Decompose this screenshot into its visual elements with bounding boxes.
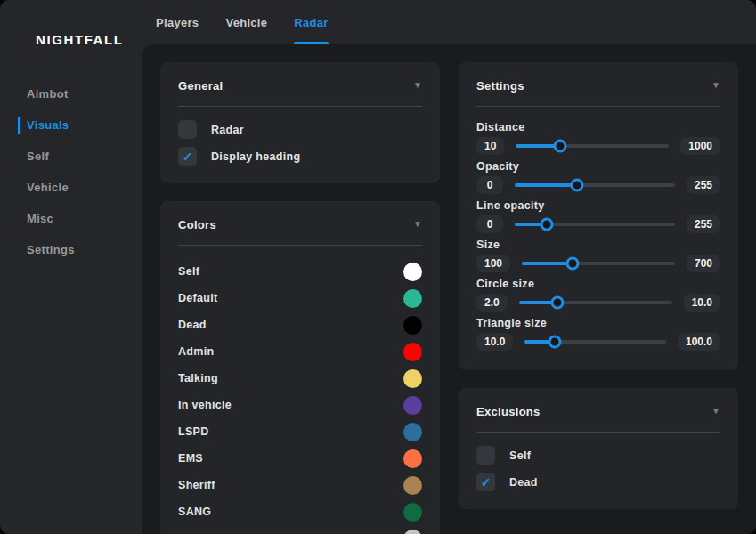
- slider-fill: [522, 262, 573, 265]
- color-row-label: EMS: [178, 452, 203, 465]
- slider-thumb[interactable]: [540, 218, 553, 231]
- slider-thumb[interactable]: [571, 179, 584, 192]
- sidebar-item-aimbot[interactable]: Aimbot: [0, 78, 142, 109]
- slider-label: Distance: [476, 121, 720, 135]
- color-row-label: Sheriff: [178, 479, 215, 491]
- color-swatch-admin[interactable]: [403, 343, 422, 361]
- divider: [476, 106, 720, 107]
- checkbox-label: Dead: [509, 476, 538, 489]
- color-swatch-sang[interactable]: [403, 503, 422, 522]
- color-row: Admin: [178, 338, 422, 365]
- sidebar-item-vehicle[interactable]: Vehicle: [0, 172, 142, 203]
- color-swatch-default[interactable]: [403, 289, 422, 308]
- sidebar-item-misc[interactable]: Misc: [0, 203, 142, 234]
- slider-row: 100 700: [476, 253, 720, 274]
- tab-bar: Players Vehicle Radar: [142, 0, 756, 44]
- slider-thumb[interactable]: [550, 296, 564, 310]
- sidebar-item-label: Misc: [27, 212, 53, 225]
- color-swatch-dead[interactable]: [403, 316, 422, 335]
- general-panel-title: General: [178, 79, 224, 93]
- sidebar-item-label: Visuals: [27, 118, 69, 132]
- color-swatch-in-vehicle[interactable]: [403, 396, 422, 415]
- slider-min-value: 0: [476, 176, 503, 194]
- slider-track[interactable]: [524, 340, 666, 344]
- general-panel-header[interactable]: General ▼: [178, 77, 422, 94]
- checkbox-display-heading[interactable]: ✓: [178, 147, 197, 166]
- checkbox-row: ✓ Display heading: [178, 147, 422, 166]
- slider-label: Circle size: [476, 278, 720, 292]
- tab-vehicle[interactable]: Vehicle: [225, 0, 267, 44]
- checkbox-dead[interactable]: ✓: [476, 473, 495, 491]
- settings-panel-header[interactable]: Settings ▼: [476, 77, 720, 94]
- slider-track[interactable]: [522, 262, 675, 265]
- colors-panel-header[interactable]: Colors ▼: [178, 215, 422, 233]
- sidebar-item-visuals[interactable]: Visuals: [0, 109, 142, 141]
- tab-radar[interactable]: Radar: [294, 0, 328, 44]
- checkbox-row: ✓ Dead: [476, 473, 720, 491]
- color-swatch-sheriff[interactable]: [403, 476, 422, 495]
- colors-panel-title: Colors: [178, 218, 216, 231]
- color-row-label: Admin: [178, 345, 214, 358]
- color-swatch-self[interactable]: [403, 263, 422, 281]
- checkbox-row: ✓ Radar: [178, 120, 422, 139]
- color-row-label: LSPD: [178, 425, 209, 438]
- general-panel: General ▼ ✓ Radar ✓ Display heading: [160, 62, 440, 183]
- slider-max-value: 255: [687, 215, 720, 233]
- sidebar-item-label: Vehicle: [27, 181, 69, 194]
- left-column: General ▼ ✓ Radar ✓ Display heading Colo…: [160, 62, 440, 516]
- color-row: Self: [178, 258, 422, 285]
- exclusions-panel-title: Exclusions: [476, 405, 541, 418]
- sidebar-item-label: Settings: [27, 243, 75, 256]
- slider-max-value: 10.0: [684, 294, 720, 312]
- color-row: In vehicle: [178, 392, 422, 418]
- slider-track[interactable]: [515, 222, 675, 226]
- slider-group-triangle-size: Triangle size 10.0 100.0: [476, 317, 720, 352]
- caret-down-icon: ▼: [711, 407, 720, 416]
- color-swatch-government[interactable]: [403, 530, 422, 534]
- tab-label: Radar: [294, 16, 328, 29]
- exclusions-panel-header[interactable]: Exclusions ▼: [476, 402, 720, 420]
- slider-min-value: 100: [476, 255, 510, 272]
- checkbox-self[interactable]: ✓: [476, 446, 495, 465]
- exclusions-checkbox-list: ✓ Self ✓ Dead: [476, 446, 720, 491]
- slider-min-value: 2.0: [476, 294, 508, 312]
- divider: [476, 432, 720, 433]
- tab-players[interactable]: Players: [156, 0, 199, 44]
- slider-group-opacity: Opacity 0 255: [476, 160, 720, 196]
- slider-max-value: 100.0: [678, 333, 720, 351]
- slider-track[interactable]: [519, 301, 672, 304]
- sidebar-item-label: Self: [27, 150, 49, 163]
- color-row-label: Dead: [178, 319, 207, 331]
- slider-max-value: 255: [687, 176, 720, 194]
- slider-thumb[interactable]: [565, 257, 579, 271]
- slider-row: 10.0 100.0: [476, 331, 720, 352]
- checkbox-radar[interactable]: ✓: [178, 120, 197, 139]
- tab-label: Vehicle: [225, 16, 267, 29]
- slider-label: Triangle size: [476, 317, 720, 331]
- color-swatch-ems[interactable]: [403, 449, 422, 468]
- slider-max-value: 1000: [680, 137, 720, 155]
- sidebar-item-settings[interactable]: Settings: [0, 234, 142, 265]
- slider-thumb[interactable]: [554, 140, 567, 153]
- slider-fill: [515, 183, 577, 187]
- sidebar-item-self[interactable]: Self: [0, 141, 142, 172]
- slider-row: 0 255: [476, 174, 720, 196]
- caret-down-icon: ▼: [413, 220, 422, 229]
- caret-down-icon: ▼: [413, 81, 422, 90]
- slider-min-value: 0: [476, 215, 503, 233]
- slider-min-value: 10: [476, 137, 504, 155]
- slider-thumb[interactable]: [548, 336, 561, 349]
- slider-track[interactable]: [516, 144, 669, 148]
- right-column: Settings ▼ Distance 10 1000 Opacity 0 25…: [459, 62, 738, 516]
- color-row-label: Self: [178, 265, 199, 278]
- color-row-label: In vehicle: [178, 399, 232, 411]
- color-swatch-lspd[interactable]: [403, 423, 422, 441]
- sidebar-item-label: Aimbot: [27, 87, 69, 101]
- settings-panel: Settings ▼ Distance 10 1000 Opacity 0 25…: [459, 62, 738, 370]
- colors-panel: Colors ▼ Self Default Dead Admin Talking…: [160, 201, 440, 534]
- slider-max-value: 700: [687, 255, 720, 272]
- slider-track[interactable]: [515, 183, 675, 187]
- checkbox-label: Radar: [211, 124, 244, 136]
- slider-group-circle-size: Circle size 2.0 10.0: [476, 278, 720, 313]
- color-swatch-talking[interactable]: [403, 369, 422, 388]
